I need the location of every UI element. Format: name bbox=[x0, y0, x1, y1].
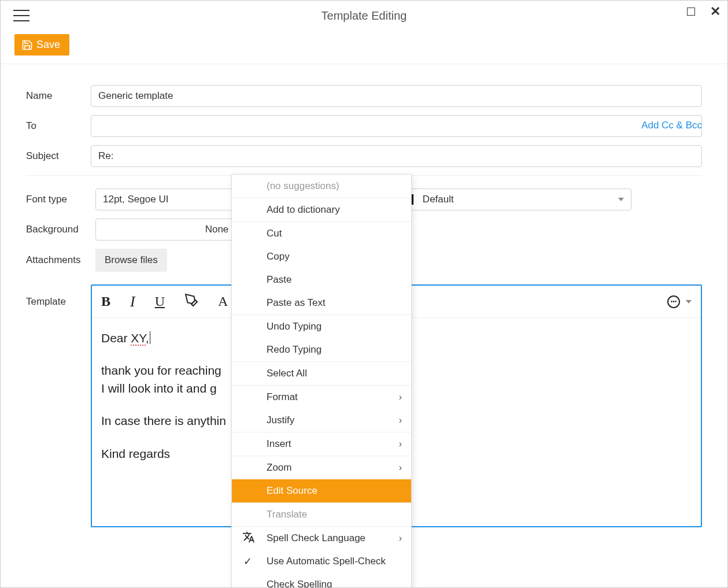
chevron-right-icon: › bbox=[399, 392, 402, 402]
context-menu: (no suggestions) Add to dictionary Cut C… bbox=[231, 174, 412, 588]
cm-undo[interactable]: Undo Typing bbox=[232, 315, 411, 338]
cm-format[interactable]: Format › bbox=[232, 386, 411, 409]
spelling-error: XY bbox=[131, 331, 145, 346]
cm-spell-language[interactable]: Spell Check Language › bbox=[232, 527, 411, 550]
italic-button[interactable]: I bbox=[130, 293, 135, 310]
row-subject: Subject bbox=[26, 145, 702, 167]
chevron-right-icon: › bbox=[399, 533, 402, 543]
template-editing-window: Template Editing ✕ Save Name To bbox=[0, 0, 728, 588]
titlebar: Template Editing ✕ bbox=[1, 1, 727, 31]
font-type-value: 12pt, Segoe UI bbox=[103, 194, 168, 205]
chevron-right-icon: › bbox=[399, 415, 402, 426]
more-options-icon[interactable]: ••• bbox=[667, 295, 680, 308]
subject-input[interactable] bbox=[91, 145, 702, 167]
cm-no-suggestions: (no suggestions) bbox=[232, 175, 411, 198]
window-controls: ✕ bbox=[687, 8, 720, 16]
font-type-label: Font type bbox=[26, 194, 91, 205]
cm-cut[interactable]: Cut bbox=[232, 222, 411, 245]
background-label: Background bbox=[26, 224, 91, 235]
check-icon: ✓ bbox=[243, 555, 252, 568]
cm-auto-spell-check[interactable]: ✓ Use Automatic Spell-Check bbox=[232, 550, 411, 573]
highlight-button[interactable] bbox=[184, 293, 198, 310]
maximize-icon[interactable] bbox=[687, 8, 695, 16]
name-input[interactable] bbox=[91, 85, 702, 107]
cm-add-dictionary[interactable]: Add to dictionary bbox=[232, 198, 411, 221]
font-button[interactable]: A bbox=[218, 294, 228, 309]
cm-redo[interactable]: Redo Typing bbox=[232, 338, 411, 361]
cm-check-spelling[interactable]: Check Spelling bbox=[232, 573, 411, 588]
save-icon bbox=[21, 39, 33, 51]
cm-paste[interactable]: Paste bbox=[232, 268, 411, 291]
cm-zoom[interactable]: Zoom › bbox=[232, 456, 411, 479]
font-color-select[interactable]: Default bbox=[396, 188, 631, 210]
template-label: Template bbox=[26, 284, 91, 308]
font-color-value: Default bbox=[423, 194, 454, 205]
name-label: Name bbox=[26, 90, 91, 102]
chevron-right-icon: › bbox=[399, 439, 402, 449]
subject-label: Subject bbox=[26, 150, 91, 162]
underline-button[interactable]: U bbox=[155, 294, 165, 309]
cm-select-all[interactable]: Select All bbox=[232, 362, 411, 385]
cm-translate: Translate bbox=[232, 503, 411, 526]
to-input[interactable] bbox=[91, 115, 702, 137]
translate-icon bbox=[242, 531, 255, 546]
save-button-label: Save bbox=[36, 39, 60, 51]
cm-insert[interactable]: Insert › bbox=[232, 432, 411, 456]
attachments-label: Attachments bbox=[26, 254, 91, 266]
chevron-down-icon[interactable] bbox=[686, 300, 692, 304]
bold-button[interactable]: B bbox=[101, 294, 110, 309]
hamburger-menu-icon[interactable] bbox=[13, 10, 29, 21]
add-cc-bcc-link[interactable]: Add Cc & Bcc bbox=[641, 120, 702, 131]
cm-copy[interactable]: Copy bbox=[232, 245, 411, 268]
browse-files-button[interactable]: Browse files bbox=[95, 249, 167, 272]
save-button[interactable]: Save bbox=[14, 34, 69, 56]
cm-justify[interactable]: Justify › bbox=[232, 409, 411, 432]
row-name: Name bbox=[26, 85, 702, 107]
text-cursor bbox=[150, 331, 150, 344]
row-to: To Add Cc & Bcc bbox=[26, 115, 702, 137]
toolbar: Save bbox=[1, 31, 727, 64]
editor-more: ••• bbox=[667, 295, 692, 308]
window-title: Template Editing bbox=[321, 9, 407, 23]
chevron-down-icon bbox=[618, 198, 624, 201]
to-label: To bbox=[26, 120, 91, 132]
cm-paste-text[interactable]: Paste as Text bbox=[232, 291, 411, 315]
chevron-right-icon: › bbox=[399, 463, 402, 473]
cm-edit-source[interactable]: Edit Source bbox=[232, 479, 411, 502]
close-icon[interactable]: ✕ bbox=[710, 8, 720, 16]
